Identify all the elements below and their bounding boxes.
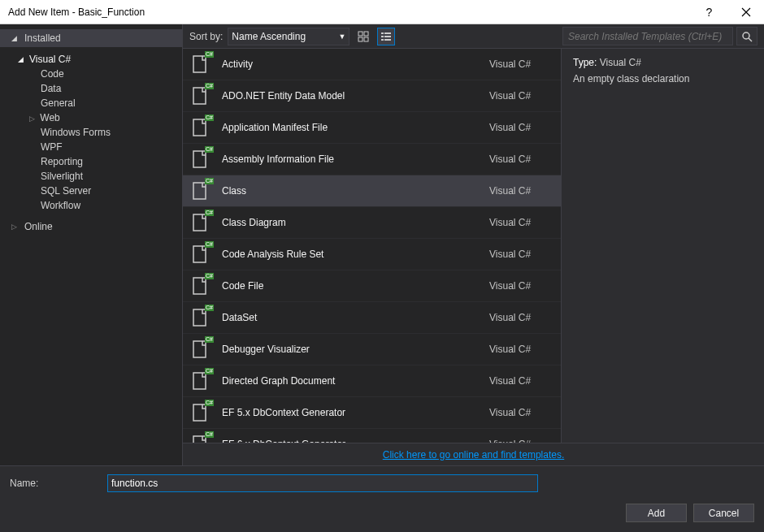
cancel-button[interactable]: Cancel: [693, 504, 754, 522]
svg-rect-20: [193, 309, 206, 326]
nav-item-silverlight[interactable]: Silverlight: [0, 169, 182, 184]
svg-point-10: [743, 32, 749, 39]
svg-rect-3: [364, 37, 368, 41]
svg-rect-16: [193, 183, 206, 199]
template-name: EF 5.x DbContext Generator: [222, 407, 480, 418]
expand-icon: ▷: [29, 115, 37, 123]
template-name: Code Analysis Rule Set: [222, 249, 480, 260]
svg-rect-2: [358, 37, 362, 41]
titlebar: Add New Item - Basic_Function ?: [0, 0, 764, 24]
nav-item-workflow[interactable]: Workflow: [0, 198, 182, 213]
template-row[interactable]: C#Assembly Information FileVisual C#: [183, 144, 561, 175]
template-lang: Visual C#: [489, 280, 554, 292]
nav-item-wpf[interactable]: WPF: [0, 140, 182, 154]
collapse-icon: ◢: [18, 55, 26, 63]
svg-rect-15: [193, 151, 206, 167]
template-lang: Visual C#: [489, 217, 554, 228]
type-label: Type:: [573, 57, 597, 68]
svg-rect-19: [193, 278, 206, 294]
template-list[interactable]: C#ActivityVisual C#C#ADO.NET Entity Data…: [183, 49, 561, 443]
close-button[interactable]: [727, 0, 764, 24]
template-icon: C#: [189, 53, 212, 76]
svg-rect-4: [381, 32, 384, 34]
chevron-down-icon: ▼: [338, 32, 345, 41]
nav-item-web[interactable]: ▷ Web: [0, 110, 182, 125]
template-icon: C#: [189, 243, 212, 266]
svg-line-11: [749, 38, 752, 41]
nav-item-reporting[interactable]: Reporting: [0, 154, 182, 169]
add-button[interactable]: Add: [626, 504, 687, 522]
nav-item-sql-server[interactable]: SQL Server: [0, 184, 182, 198]
sort-dropdown[interactable]: Name Ascending ▼: [228, 28, 349, 45]
installed-header[interactable]: ◢ Installed: [0, 29, 182, 47]
svg-rect-7: [384, 36, 391, 37]
search-button[interactable]: [736, 27, 757, 45]
template-name: Directed Graph Document: [222, 375, 480, 387]
template-icon: C#: [189, 306, 212, 329]
template-icon: C#: [189, 433, 212, 443]
nav-item-code[interactable]: Code: [0, 67, 182, 81]
template-icon: C#: [189, 338, 212, 361]
template-row[interactable]: C#Code FileVisual C#: [183, 270, 561, 302]
template-row[interactable]: C#EF 5.x DbContext GeneratorVisual C#: [183, 397, 561, 429]
online-link-bar: Click here to go online and find templat…: [183, 443, 764, 465]
window-title: Add New Item - Basic_Function: [0, 6, 691, 18]
template-name: Assembly Information File: [222, 154, 480, 165]
template-lang: Visual C#: [489, 154, 554, 165]
template-lang: Visual C#: [489, 90, 554, 102]
svg-rect-23: [193, 404, 206, 421]
nav-item-windows-forms[interactable]: Windows Forms: [0, 125, 182, 140]
template-row[interactable]: C#DataSetVisual C#: [183, 302, 561, 334]
svg-rect-0: [358, 32, 362, 36]
template-name: ADO.NET Entity Data Model: [222, 90, 480, 102]
template-row[interactable]: C#Debugger VisualizerVisual C#: [183, 334, 561, 365]
template-name: Class: [222, 185, 480, 197]
template-row[interactable]: C#Directed Graph DocumentVisual C#: [183, 365, 561, 397]
template-row[interactable]: C#Code Analysis Rule SetVisual C#: [183, 239, 561, 270]
toolbar: Sort by: Name Ascending ▼: [183, 24, 764, 49]
category-tree: ◢ Installed ◢ Visual C# CodeDataGeneral▷…: [0, 24, 183, 465]
template-name: Application Manifest File: [222, 122, 480, 133]
svg-rect-13: [193, 88, 206, 104]
collapse-icon: ◢: [11, 34, 20, 42]
template-row[interactable]: C#ADO.NET Entity Data ModelVisual C#: [183, 80, 561, 112]
template-name: DataSet: [222, 312, 480, 323]
template-row[interactable]: C#ActivityVisual C#: [183, 49, 561, 80]
expand-icon: ▷: [11, 223, 20, 231]
template-name: Activity: [222, 58, 480, 70]
help-button[interactable]: ?: [691, 0, 727, 24]
search-input[interactable]: [562, 27, 733, 45]
online-header[interactable]: ▷ Online: [0, 218, 182, 236]
svg-rect-6: [381, 36, 384, 37]
nav-item-data[interactable]: Data: [0, 81, 182, 96]
template-lang: Visual C#: [489, 58, 554, 70]
template-lang: Visual C#: [489, 375, 554, 387]
svg-rect-5: [384, 32, 391, 34]
template-icon: C#: [189, 370, 212, 392]
svg-rect-17: [193, 214, 206, 231]
medium-icons-view[interactable]: [354, 28, 372, 45]
svg-rect-9: [384, 39, 391, 41]
svg-rect-22: [193, 373, 206, 389]
template-lang: Visual C#: [489, 344, 554, 355]
name-label: Name:: [10, 478, 99, 489]
svg-rect-21: [193, 341, 206, 357]
template-row[interactable]: C#ClassVisual C#: [183, 175, 561, 207]
nav-item-general[interactable]: General: [0, 96, 182, 110]
template-description: An empty class declaration: [573, 73, 753, 84]
online-templates-link[interactable]: Click here to go online and find templat…: [383, 449, 564, 461]
sortby-label: Sort by:: [189, 31, 223, 42]
template-name: Debugger Visualizer: [222, 344, 480, 355]
svg-rect-24: [193, 436, 206, 443]
template-row[interactable]: C#Application Manifest FileVisual C#: [183, 112, 561, 144]
template-row[interactable]: C#EF 6.x DbContext GeneratorVisual C#: [183, 429, 561, 443]
name-input[interactable]: [107, 474, 538, 492]
template-icon: C#: [189, 275, 212, 297]
type-value: Visual C#: [600, 57, 641, 68]
template-icon: C#: [189, 401, 212, 424]
template-row[interactable]: C#Class DiagramVisual C#: [183, 207, 561, 239]
visual-csharp-node[interactable]: ◢ Visual C#: [0, 52, 182, 67]
svg-rect-18: [193, 246, 206, 262]
small-icons-view[interactable]: [377, 28, 395, 45]
template-lang: Visual C#: [489, 185, 554, 197]
